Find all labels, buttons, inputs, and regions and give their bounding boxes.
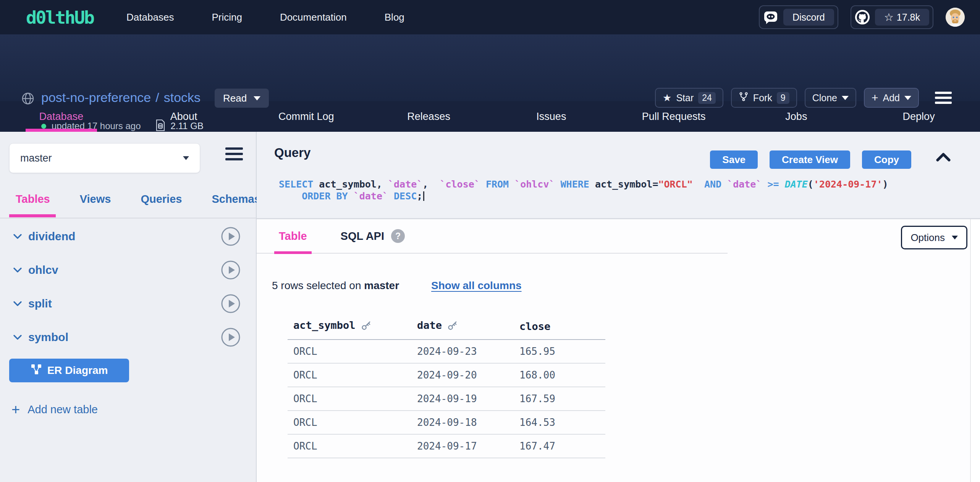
run-table-button[interactable] <box>221 260 241 280</box>
query-section: Query SaveCreate ViewCopy SELECT act_sym… <box>257 132 980 218</box>
sidebar-menu-button[interactable] <box>225 147 243 160</box>
table-row-symbol: symbol <box>0 320 256 354</box>
top-nav-link-documentation[interactable]: Documentation <box>280 11 347 23</box>
dolthub-logo[interactable]: d0lthUb <box>26 7 94 28</box>
chevron-down-icon[interactable] <box>13 301 22 307</box>
er-diagram-button[interactable]: ER Diagram <box>9 359 129 382</box>
chevron-down-icon[interactable] <box>13 334 22 340</box>
table-name[interactable]: split <box>28 297 52 310</box>
github-stars-label: ☆ 17.8k <box>875 9 929 26</box>
top-nav-link-blog[interactable]: Blog <box>385 11 404 23</box>
sidebar-tab-queries[interactable]: Queries <box>141 193 182 205</box>
result-cell[interactable]: ORCL <box>288 434 411 458</box>
repo-tab-issues[interactable]: Issues <box>490 101 613 132</box>
sidebar: master TablesViewsQueriesSchemas dividen… <box>0 132 257 482</box>
column-header-close[interactable]: close <box>514 319 605 340</box>
sql-editor[interactable]: SELECT act_symbol, `date`, `close` FROM … <box>279 178 888 202</box>
results-header-row: act_symboldateclose <box>288 319 605 340</box>
discord-button[interactable]: Discord <box>759 5 838 29</box>
column-header-act-symbol[interactable]: act_symbol <box>288 319 411 340</box>
permission-dropdown[interactable]: Read <box>215 89 269 108</box>
chevron-down-icon <box>254 96 260 100</box>
branch-selector[interactable]: master <box>9 143 200 173</box>
options-button[interactable]: Options <box>901 226 967 249</box>
table-row-ohlcv: ohlcv <box>0 253 256 287</box>
user-avatar[interactable] <box>946 8 965 27</box>
column-name: act_symbol <box>293 319 356 331</box>
save-button[interactable]: Save <box>710 150 758 169</box>
results-tab-sql-api[interactable]: SQL API? <box>336 219 409 253</box>
permission-label: Read <box>223 92 247 104</box>
top-nav-link-pricing[interactable]: Pricing <box>212 11 242 23</box>
plus-icon: + <box>11 402 20 417</box>
rows-selected-text: 5 rows selected on master <box>272 280 399 292</box>
text-cursor <box>423 191 424 201</box>
repo-tab-pull-requests[interactable]: Pull Requests <box>613 101 735 132</box>
repo-tab-label: Jobs <box>785 111 807 123</box>
result-cell[interactable]: ORCL <box>288 363 411 387</box>
results-meta: 5 rows selected on master Show all colum… <box>272 280 522 292</box>
github-button[interactable]: ☆ 17.8k <box>851 5 933 29</box>
result-cell[interactable]: 167.59 <box>514 387 605 411</box>
result-row: ORCL2024-09-18164.53 <box>288 411 605 434</box>
run-table-button[interactable] <box>221 327 241 347</box>
chevron-down-icon <box>952 236 958 239</box>
results-tabs: TableSQL API? <box>257 219 728 254</box>
er-diagram-icon <box>31 364 42 378</box>
column-name: close <box>519 320 550 332</box>
table-name[interactable]: ohlcv <box>28 264 58 277</box>
result-cell[interactable]: 2024-09-20 <box>411 363 514 387</box>
sidebar-tabs: TablesViewsQueriesSchemas <box>16 193 260 205</box>
column-header-date[interactable]: date <box>411 319 514 340</box>
options-label: Options <box>910 232 945 244</box>
discord-icon <box>763 10 778 25</box>
result-cell[interactable]: 2024-09-18 <box>411 411 514 434</box>
add-new-table-button[interactable]: + Add new table <box>11 402 98 417</box>
chevron-down-icon[interactable] <box>13 233 22 239</box>
copy-button[interactable]: Copy <box>862 150 911 169</box>
branch-name-bold: master <box>364 280 399 291</box>
result-cell[interactable]: 2024-09-23 <box>411 340 514 363</box>
branch-name: master <box>20 152 52 164</box>
collapse-query-button[interactable] <box>936 152 951 163</box>
result-cell[interactable]: 168.00 <box>514 363 605 387</box>
run-table-button[interactable] <box>221 294 241 314</box>
repo-tab-releases[interactable]: Releases <box>367 101 490 132</box>
sidebar-tab-tables[interactable]: Tables <box>16 193 50 205</box>
active-tab-underline <box>26 129 97 132</box>
table-row-split: split <box>0 287 256 320</box>
dolthub-app: d0lthUb DatabasesPricingDocumentationBlo… <box>0 0 980 482</box>
chevron-down-icon[interactable] <box>13 267 22 273</box>
result-cell[interactable]: 165.95 <box>514 340 605 363</box>
result-row: ORCL2024-09-23165.95 <box>288 340 605 363</box>
query-title: Query <box>274 146 310 160</box>
sidebar-tab-schemas[interactable]: Schemas <box>212 193 260 205</box>
result-cell[interactable]: 164.53 <box>514 411 605 434</box>
repo-tab-label: Deploy <box>903 111 935 123</box>
result-cell[interactable]: ORCL <box>288 387 411 411</box>
results-table: act_symboldateclose ORCL2024-09-23165.95… <box>288 319 605 458</box>
table-name[interactable]: symbol <box>28 331 68 344</box>
results-tab-label: Table <box>279 230 307 243</box>
repo-tab-label: Commit Log <box>278 111 334 123</box>
results-scrollbar[interactable] <box>970 219 980 482</box>
help-icon[interactable]: ? <box>391 229 405 243</box>
result-row: ORCL2024-09-20168.00 <box>288 363 605 387</box>
result-cell[interactable]: 2024-09-17 <box>411 434 514 458</box>
chevron-down-icon <box>904 96 911 100</box>
star-outline-icon: ☆ <box>884 11 894 24</box>
result-cell[interactable]: ORCL <box>288 411 411 434</box>
run-table-button[interactable] <box>221 226 241 246</box>
result-cell[interactable]: 167.47 <box>514 434 605 458</box>
repo-tab-label: Issues <box>536 111 566 123</box>
top-nav-link-databases[interactable]: Databases <box>126 11 174 23</box>
show-all-columns-link[interactable]: Show all columns <box>431 280 521 292</box>
results-tab-table[interactable]: Table <box>274 219 312 253</box>
er-diagram-label: ER Diagram <box>47 364 108 377</box>
create-view-button[interactable]: Create View <box>770 150 850 169</box>
sidebar-tab-views[interactable]: Views <box>80 193 111 205</box>
github-icon <box>855 10 870 25</box>
result-cell[interactable]: ORCL <box>288 340 411 363</box>
result-cell[interactable]: 2024-09-19 <box>411 387 514 411</box>
table-name[interactable]: dividend <box>28 230 75 243</box>
